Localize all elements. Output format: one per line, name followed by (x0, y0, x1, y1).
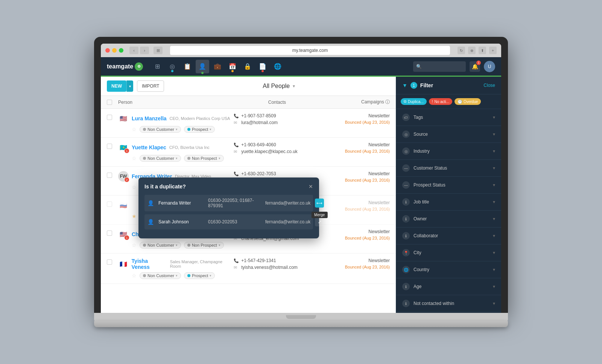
filter-chip-overdue[interactable]: 🕐 Overdue (455, 98, 481, 105)
address-bar[interactable]: my.teamgate.com (170, 46, 450, 55)
star-icon[interactable]: ☆ (132, 184, 137, 190)
row-checkbox[interactable] (107, 115, 112, 120)
chevron-down-icon: ▾ (493, 149, 495, 154)
nav-icon-map[interactable]: ◎ (166, 60, 179, 73)
contacts-info: 📞+1-907-537-8509 ✉lura@hotmail.com (234, 113, 320, 127)
import-button[interactable]: IMPORT (137, 80, 164, 92)
filter-close-button[interactable]: Close (483, 83, 495, 88)
filter-item-customer-status[interactable]: — Customer Status ▾ (396, 160, 501, 177)
filter-item-job-title[interactable]: ℹ Job title ▾ (396, 194, 501, 211)
chevron-down-icon: ▾ (493, 182, 495, 188)
expand-button[interactable]: ⤢ (315, 217, 324, 226)
content-toolbar: NEW ▾ IMPORT All People ▾ (101, 77, 396, 96)
filter-item-collaborator[interactable]: ℹ Collaborator ▾ (396, 228, 501, 244)
person-flag: 🇺🇸 (118, 113, 129, 124)
filter-item-tags[interactable]: 🏷 Tags ▾ (396, 109, 501, 126)
filter-item-left: 📍 City (402, 249, 421, 256)
search-input[interactable] (424, 64, 463, 69)
nav-icon-dashboard[interactable]: ⊞ (150, 60, 164, 73)
filter-item-label: Collaborator (413, 233, 438, 238)
forward-button[interactable]: › (140, 47, 149, 54)
filter-item-city[interactable]: 📍 City ▾ (396, 244, 501, 261)
expand-button[interactable]: ⤢ (326, 199, 335, 208)
browser-actions: ↻ ⊕ ⬆ + (458, 47, 497, 54)
star-icon[interactable]: ☆ (132, 242, 137, 248)
row-checkbox[interactable] (107, 231, 112, 236)
star-icon[interactable]: ★ (132, 213, 137, 219)
back-button[interactable]: ‹ (129, 47, 138, 54)
nav-icon-documents[interactable]: 📄 (256, 60, 269, 73)
chevron-down-icon: ▾ (493, 115, 495, 120)
fullscreen-window-button[interactable] (119, 48, 123, 53)
prospect-status-dropdown[interactable]: Prospect ▾ (184, 126, 215, 133)
nav-icon-calendar[interactable]: 📅 (226, 60, 239, 73)
row-checkbox[interactable] (107, 173, 112, 178)
filter-item-country[interactable]: 🌐 Country ▾ (396, 261, 501, 278)
star-icon[interactable]: ☆ (132, 155, 137, 161)
customer-status-dropdown[interactable]: Non Customer ▾ (140, 242, 181, 249)
dup-actions: ⟷ Merge ⤢ ✕ (315, 199, 347, 208)
customer-status-dropdown[interactable]: Non Customer ▾ (140, 155, 181, 162)
prospect-status-dropdown[interactable]: Non Prospect ▾ (184, 155, 224, 162)
select-all-checkbox[interactable] (107, 100, 112, 105)
nav-icon-security[interactable]: 🔒 (241, 60, 254, 73)
person-name[interactable]: Tyisha Veness (132, 258, 167, 270)
filter-item-label: Country (413, 267, 429, 272)
filter-item-not-contacted[interactable]: ℹ Not contacted within ▾ (396, 295, 501, 312)
new-button[interactable]: NEW (107, 80, 126, 92)
logo-text: teamgate (107, 63, 133, 70)
customer-status-dropdown[interactable]: Non Customer ▾ (140, 126, 181, 133)
filter-item-prospect-status[interactable]: — Prospect Status ▾ (396, 177, 501, 194)
modal-close-button[interactable]: ✕ (309, 184, 313, 190)
nav-icon-settings[interactable]: 🌐 (271, 60, 284, 73)
person-info: 🇰🇿 1 Yuette Klapec CFO, Bizerba Usa Inc … (118, 142, 234, 162)
share-button[interactable]: ⬆ (479, 47, 486, 54)
bookmark-button[interactable]: ⊕ (468, 47, 476, 54)
prospect-status-dropdown[interactable]: Non Prospect ▾ (184, 242, 224, 249)
customer-status-dropdown[interactable]: Non Customer ▾ (140, 272, 181, 279)
row-checkbox[interactable] (107, 202, 112, 207)
filter-item-mailchimp[interactable]: 📧 MailChimp campaigns ▾ (396, 312, 501, 313)
tags-icon: 🏷 (402, 114, 410, 121)
filter-item-age[interactable]: ℹ Age ▾ (396, 278, 501, 295)
dup-email: fernanda@writer.co.uk (265, 200, 310, 206)
minimize-window-button[interactable] (112, 48, 117, 53)
reload-button[interactable]: ↻ (458, 47, 465, 54)
content-area: NEW ▾ IMPORT All People ▾ (101, 77, 396, 313)
duplicate-modal: Is it a duplicate? ✕ 👤 Fernanda Writer 0… (138, 177, 319, 238)
star-icon[interactable]: ☆ (132, 126, 137, 132)
filter-item-source[interactable]: ◎ Source ▾ (396, 126, 501, 143)
duplicate-row: 👤 Sarah Johnson 01630-202053 fernanda@wr… (144, 214, 313, 229)
tab-grid-button[interactable]: ⊞ (154, 47, 163, 54)
row-checkbox[interactable] (107, 259, 112, 265)
notifications-button[interactable]: 🔔 1 (470, 61, 480, 72)
filter-item-left: ℹ Owner (402, 215, 427, 223)
merge-button[interactable]: ⟷ Merge (315, 199, 324, 208)
new-button-dropdown[interactable]: ▾ (126, 80, 133, 92)
filter-item-label: Owner (413, 216, 427, 221)
close-window-button[interactable] (105, 48, 110, 53)
nav-icon-contacts[interactable]: 📋 (181, 60, 194, 73)
filter-chip-duplicate[interactable]: ⧉ Duplica... (401, 98, 427, 105)
briefcase-icon: 💼 (214, 63, 221, 70)
star-icon[interactable]: ☆ (132, 273, 137, 279)
filter-item-label: Not contacted within (413, 301, 454, 306)
filter-item-industry[interactable]: ◎ Industry ▾ (396, 143, 501, 160)
dismiss-button[interactable]: ✕ (337, 199, 347, 208)
new-tab-button[interactable]: + (489, 47, 497, 54)
row-checkbox[interactable] (107, 144, 112, 149)
dismiss-button[interactable]: ✕ (326, 217, 335, 226)
person-name[interactable]: Yuette Klapec (132, 144, 166, 150)
nav-icon-people[interactable]: 👤 (196, 60, 209, 73)
filter-panel: ▼ 1 Filter Close ⧉ Duplica... (396, 77, 501, 313)
page-title-dropdown[interactable]: ▾ (293, 83, 295, 89)
user-avatar[interactable]: U (484, 61, 495, 72)
filter-chip-noactivity[interactable]: ! No acti... (429, 98, 452, 105)
search-bar[interactable]: 🔍 (413, 61, 466, 72)
filter-item-left: ℹ Collaborator (402, 232, 438, 240)
filter-item-owner[interactable]: ℹ Owner ▾ (396, 211, 501, 228)
traffic-lights (105, 48, 123, 53)
prospect-status-dropdown[interactable]: Prospect ▾ (184, 272, 215, 279)
person-name[interactable]: Lura Manzella (132, 115, 167, 121)
nav-icon-deals[interactable]: 💼 (211, 60, 224, 73)
